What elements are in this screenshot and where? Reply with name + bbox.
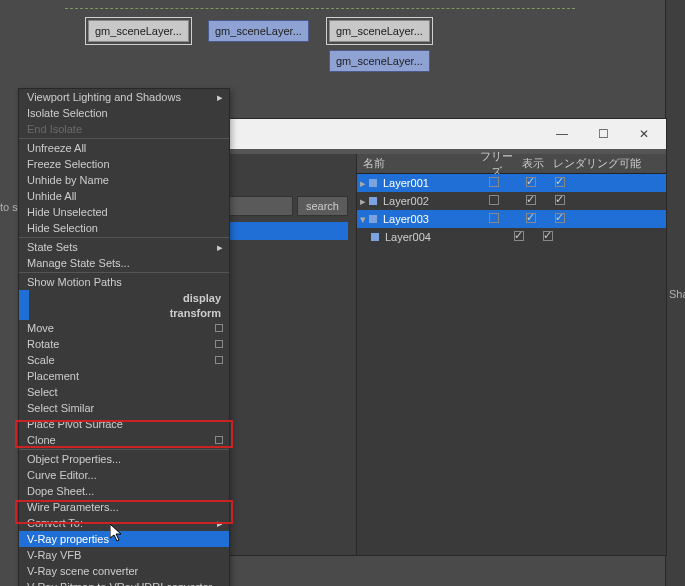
search-button[interactable]: search (297, 196, 348, 216)
menu-dope-sheet[interactable]: Dope Sheet... (19, 483, 229, 499)
header-display[interactable]: 表示 (517, 156, 549, 171)
node-scene-layer-3[interactable]: gm_sceneLayer... (329, 20, 430, 42)
menu-isolate-selection[interactable]: Isolate Selection (19, 105, 229, 121)
display-checkbox[interactable] (515, 195, 547, 207)
layer-icon (371, 233, 379, 241)
menu-section-transform: transform (19, 305, 229, 320)
layer-name: Layer003 (383, 213, 473, 225)
flyout-box-icon (215, 436, 223, 444)
menu-show-motion-paths[interactable]: Show Motion Paths (19, 274, 229, 290)
layer-row[interactable]: ▸Layer002 (357, 192, 666, 210)
menu-end-isolate: End Isolate (19, 121, 229, 137)
node-scene-layer-2[interactable]: gm_sceneLayer... (208, 20, 309, 42)
node-scene-layer-1[interactable]: gm_sceneLayer... (88, 20, 189, 42)
tree-toggle-icon[interactable]: ▾ (357, 213, 369, 226)
menu-hide-unselected[interactable]: Hide Unselected (19, 204, 229, 220)
flyout-box-icon (215, 340, 223, 348)
window-minimize-button[interactable]: — (542, 121, 582, 147)
display-checkbox[interactable] (515, 177, 547, 189)
menu-vray-scene-converter[interactable]: V-Ray scene converter (19, 563, 229, 579)
submenu-arrow-icon: ▸ (217, 91, 223, 104)
panel-right-pane: 名前 フリーズ 表示 レンダリング可能 ▸Layer001▸Layer002▾L… (357, 154, 666, 555)
window-close-button[interactable]: ✕ (624, 121, 664, 147)
menu-select-similar[interactable]: Select Similar (19, 400, 229, 416)
right-label-fragment: Sha (669, 288, 685, 300)
menu-move[interactable]: Move (19, 320, 229, 336)
layers-window: — ☐ ✕ es search 名前 フリーズ 表示 レンダリング可能 ▸Lay… (173, 118, 667, 556)
window-titlebar: — ☐ ✕ (174, 119, 666, 149)
menu-unhide-by-name[interactable]: Unhide by Name (19, 172, 229, 188)
menu-wire-parameters[interactable]: Wire Parameters... (19, 499, 229, 515)
menu-separator (19, 138, 229, 139)
menu-separator (19, 272, 229, 273)
tree-toggle-icon[interactable]: ▸ (357, 177, 369, 190)
layer-row[interactable]: ▸Layer001 (357, 174, 666, 192)
renderable-checkbox[interactable] (535, 231, 575, 243)
layer-name: Layer004 (385, 231, 461, 243)
context-menu: Viewport Lighting and Shadows▸ Isolate S… (18, 88, 230, 586)
renderable-checkbox[interactable] (547, 195, 587, 207)
layer-icon (369, 197, 377, 205)
flyout-box-icon (215, 324, 223, 332)
menu-section-display: display (19, 290, 229, 305)
menu-vray-bitmap-converter[interactable]: V-Ray Bitmap to VRayHDRI converter (19, 579, 229, 586)
node-scene-layer-4[interactable]: gm_sceneLayer... (329, 50, 430, 72)
right-side-panel: Sha (665, 0, 685, 586)
layer-icon (369, 215, 377, 223)
menu-manage-state-sets[interactable]: Manage State Sets... (19, 255, 229, 271)
node-graph-area: gm_sceneLayer... gm_sceneLayer... gm_sce… (0, 0, 685, 90)
display-checkbox[interactable] (503, 231, 535, 243)
submenu-arrow-icon: ▸ (217, 241, 223, 254)
menu-object-properties[interactable]: Object Properties... (19, 451, 229, 467)
freeze-checkbox[interactable] (473, 177, 515, 189)
freeze-checkbox[interactable] (473, 195, 515, 207)
menu-freeze-selection[interactable]: Freeze Selection (19, 156, 229, 172)
menu-scale[interactable]: Scale (19, 352, 229, 368)
menu-unfreeze-all[interactable]: Unfreeze All (19, 140, 229, 156)
menu-state-sets[interactable]: State Sets▸ (19, 239, 229, 255)
layer-icon (369, 179, 377, 187)
menu-hide-selection[interactable]: Hide Selection (19, 220, 229, 236)
layer-row[interactable]: Layer004 (357, 228, 666, 246)
layer-list-header: 名前 フリーズ 表示 レンダリング可能 (357, 154, 666, 174)
renderable-checkbox[interactable] (547, 177, 587, 189)
menu-placement[interactable]: Placement (19, 368, 229, 384)
freeze-checkbox[interactable] (473, 213, 515, 225)
layer-name: Layer001 (383, 177, 473, 189)
menu-viewport-lighting[interactable]: Viewport Lighting and Shadows▸ (19, 89, 229, 105)
window-maximize-button[interactable]: ☐ (583, 121, 623, 147)
menu-separator (19, 237, 229, 238)
layer-name: Layer002 (383, 195, 473, 207)
menu-vray-properties[interactable]: V-Ray properties (19, 531, 229, 547)
tree-toggle-icon[interactable]: ▸ (357, 195, 369, 208)
header-name[interactable]: 名前 (357, 156, 475, 171)
menu-place-pivot-surface[interactable]: Place Pivot Surface (19, 416, 229, 432)
menu-unhide-all[interactable]: Unhide All (19, 188, 229, 204)
layer-list-body: ▸Layer001▸Layer002▾Layer003Layer004 (357, 174, 666, 555)
renderable-checkbox[interactable] (547, 213, 587, 225)
menu-separator (19, 449, 229, 450)
menu-vray-vfb[interactable]: V-Ray VFB (19, 547, 229, 563)
menu-rotate[interactable]: Rotate (19, 336, 229, 352)
layer-row[interactable]: ▾Layer003 (357, 210, 666, 228)
menu-convert-to[interactable]: Convert To:▸ (19, 515, 229, 531)
menu-curve-editor[interactable]: Curve Editor... (19, 467, 229, 483)
flyout-box-icon (215, 356, 223, 364)
truncated-text-left: to s (0, 201, 18, 213)
display-checkbox[interactable] (515, 213, 547, 225)
submenu-arrow-icon: ▸ (217, 517, 223, 530)
header-renderable[interactable]: レンダリング可能 (549, 156, 648, 171)
menu-select[interactable]: Select (19, 384, 229, 400)
menu-clone[interactable]: Clone (19, 432, 229, 448)
